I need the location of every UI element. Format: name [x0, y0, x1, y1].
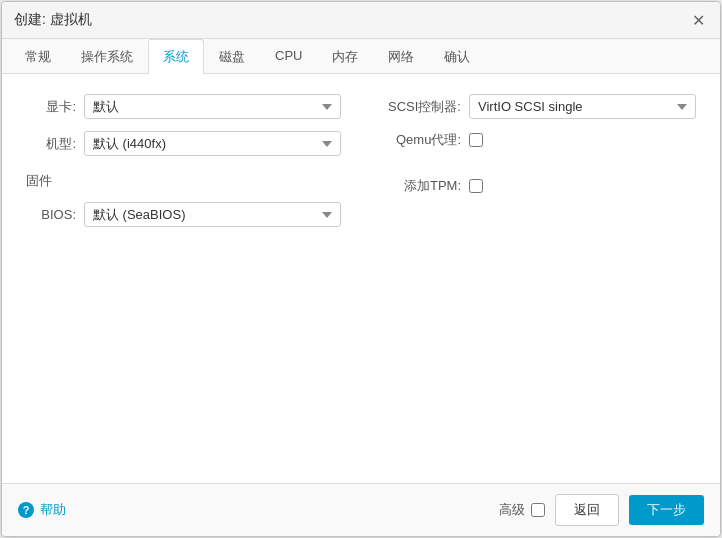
- dialog: 创建: 虚拟机 ✕ 常规 操作系统 系统 磁盘 CPU 内存 网络 确认 显卡:…: [1, 1, 721, 537]
- machine-label: 机型:: [26, 135, 76, 153]
- right-column: SCSI控制器: VirtIO SCSI single Qemu代理: 添加TP…: [381, 94, 696, 227]
- bios-row: BIOS: 默认 (SeaBIOS): [26, 202, 341, 227]
- display-row: 显卡: 默认: [26, 94, 341, 119]
- left-column: 显卡: 默认 机型: 默认 (i440fx) 固件 BIOS:: [26, 94, 341, 227]
- machine-select[interactable]: 默认 (i440fx): [84, 131, 341, 156]
- scsi-select[interactable]: VirtIO SCSI single: [469, 94, 696, 119]
- qemu-checkbox-wrapper: [469, 133, 483, 147]
- display-label: 显卡:: [26, 98, 76, 116]
- scsi-row: SCSI控制器: VirtIO SCSI single: [381, 94, 696, 119]
- display-select[interactable]: 默认: [84, 94, 341, 119]
- tab-memory[interactable]: 内存: [317, 39, 373, 74]
- content-area: 显卡: 默认 机型: 默认 (i440fx) 固件 BIOS:: [2, 74, 720, 483]
- tab-network[interactable]: 网络: [373, 39, 429, 74]
- qemu-row: Qemu代理:: [381, 131, 696, 149]
- advanced-section: 高级: [499, 501, 545, 519]
- tab-bar: 常规 操作系统 系统 磁盘 CPU 内存 网络 确认: [2, 39, 720, 74]
- close-button[interactable]: ✕: [688, 10, 708, 30]
- tab-system[interactable]: 系统: [148, 39, 204, 74]
- footer-right: 高级 返回 下一步: [499, 494, 704, 526]
- bios-label: BIOS:: [26, 207, 76, 222]
- tab-disk[interactable]: 磁盘: [204, 39, 260, 74]
- machine-row: 机型: 默认 (i440fx): [26, 131, 341, 156]
- tpm-row: 添加TPM:: [381, 177, 696, 195]
- tab-confirm[interactable]: 确认: [429, 39, 485, 74]
- footer: ? 帮助 高级 返回 下一步: [2, 483, 720, 536]
- next-button[interactable]: 下一步: [629, 495, 704, 525]
- bios-select[interactable]: 默认 (SeaBIOS): [84, 202, 341, 227]
- title-bar: 创建: 虚拟机 ✕: [2, 2, 720, 39]
- tpm-label: 添加TPM:: [381, 177, 461, 195]
- tpm-checkbox-wrapper: [469, 179, 483, 193]
- dialog-title: 创建: 虚拟机: [14, 11, 92, 29]
- help-icon[interactable]: ?: [18, 502, 34, 518]
- firmware-label: 固件: [26, 172, 52, 190]
- footer-left: ? 帮助: [18, 501, 66, 519]
- tab-cpu[interactable]: CPU: [260, 39, 317, 74]
- advanced-checkbox[interactable]: [531, 503, 545, 517]
- tpm-checkbox[interactable]: [469, 179, 483, 193]
- advanced-label: 高级: [499, 501, 525, 519]
- qemu-label: Qemu代理:: [381, 131, 461, 149]
- help-link[interactable]: 帮助: [40, 501, 66, 519]
- scsi-label: SCSI控制器:: [381, 98, 461, 116]
- tab-general[interactable]: 常规: [10, 39, 66, 74]
- back-button[interactable]: 返回: [555, 494, 619, 526]
- firmware-row: 固件: [26, 168, 341, 190]
- qemu-checkbox[interactable]: [469, 133, 483, 147]
- tab-os[interactable]: 操作系统: [66, 39, 148, 74]
